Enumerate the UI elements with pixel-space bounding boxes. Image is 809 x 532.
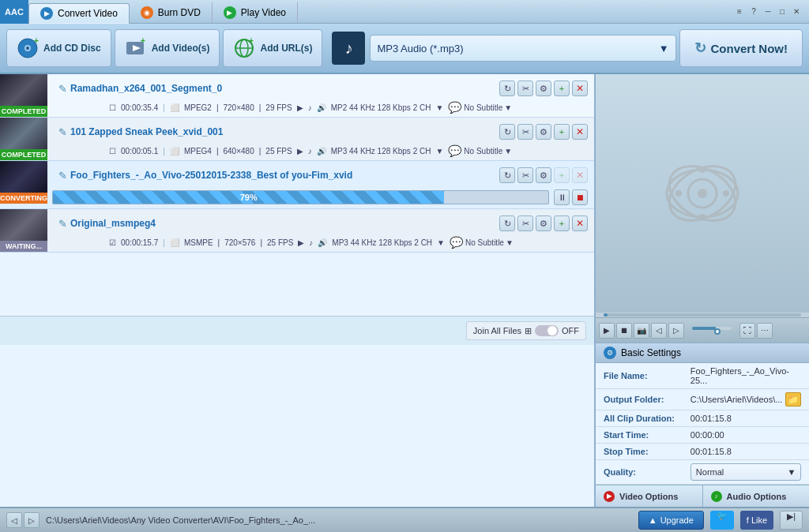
- play-video-tab-icon: ▶: [224, 6, 236, 19]
- nav-next-btn[interactable]: ▷: [24, 512, 40, 528]
- more-options-btn[interactable]: ⋯: [757, 323, 773, 339]
- minimize-icon[interactable]: ─: [762, 6, 774, 18]
- nav-end-button[interactable]: ▶|: [780, 511, 803, 530]
- prev-frame-btn[interactable]: ◁: [651, 323, 667, 339]
- fullscreen-btn[interactable]: ⛶: [739, 323, 755, 339]
- file3-thumb: [0, 161, 47, 193]
- file3-pause-btn[interactable]: ⏸: [554, 189, 570, 205]
- file2-refresh-btn[interactable]: ↻: [499, 124, 515, 140]
- file4-cut-btn[interactable]: ✂: [517, 215, 533, 231]
- stop-time-label: Stop Time:: [596, 444, 683, 460]
- file4-add-btn[interactable]: +: [554, 215, 570, 231]
- maximize-icon[interactable]: □: [776, 6, 788, 18]
- screenshot-btn[interactable]: 📷: [634, 323, 649, 339]
- file1-delete-btn[interactable]: ✕: [572, 81, 588, 96]
- menu-icon[interactable]: ≡: [733, 6, 746, 18]
- file3-name[interactable]: Foo_Fighters_-_Ao_Vivo-25012015-2338_Bes…: [70, 170, 496, 181]
- start-time-value: 00:00:00: [683, 427, 809, 444]
- settings-row-filename: File Name: Foo_Fighters_-_Ao_Vivo-25...: [596, 363, 809, 389]
- file2-cut-btn[interactable]: ✂: [517, 124, 533, 140]
- play-btn[interactable]: ▶: [599, 323, 615, 339]
- title-bar: AAC ▶ Convert Video ◉ Burn DVD ▶ Play Vi…: [0, 0, 809, 24]
- add-cd-button[interactable]: + Add CD Disc: [6, 29, 111, 67]
- tab-burn-dvd[interactable]: ◉ Burn DVD: [130, 2, 213, 23]
- file2-add-btn[interactable]: +: [554, 124, 570, 140]
- file4-duration: 00:00:15.7: [121, 238, 158, 247]
- file-name-label: File Name:: [596, 363, 683, 389]
- file3-progress-row: 79% ⏸ ⏹: [52, 186, 594, 208]
- add-video-button[interactable]: + Add Video(s): [115, 29, 220, 67]
- file2-edit-icon[interactable]: ✎: [58, 126, 67, 138]
- close-icon[interactable]: ✕: [790, 6, 803, 18]
- settings-row-quality: Quality: Normal ▼: [596, 460, 809, 485]
- toggle-knob: [547, 326, 557, 335]
- tab-convert-video[interactable]: ▶ Convert Video: [28, 3, 130, 24]
- file1-duration: 00:00:35.4: [121, 103, 158, 112]
- file1-vol-icon: 🔊: [317, 103, 326, 112]
- file3-refresh-btn[interactable]: ↻: [499, 167, 515, 183]
- help-icon[interactable]: ?: [747, 6, 760, 18]
- tab-play-video[interactable]: ▶ Play Video: [213, 2, 298, 23]
- upgrade-button[interactable]: ▲ Upgrade: [638, 511, 704, 530]
- burn-dvd-tab-label: Burn DVD: [158, 7, 201, 18]
- nav-prev-btn[interactable]: ◁: [6, 512, 22, 528]
- file1-add-btn[interactable]: +: [554, 81, 570, 96]
- file3-stop-btn[interactable]: ⏹: [572, 189, 588, 205]
- playback-controls: ▶ ⏹ 📷 ◁ ▷ ⛶ ⋯: [596, 317, 809, 343]
- file4-settings-btn[interactable]: ⚙: [536, 215, 551, 231]
- file1-edit-icon[interactable]: ✎: [58, 83, 67, 95]
- file1-cut-btn[interactable]: ✂: [517, 81, 533, 96]
- file1-settings-btn[interactable]: ⚙: [536, 81, 551, 96]
- video-options-button[interactable]: ▶ Video Options: [596, 485, 703, 507]
- file4-subtitle-select[interactable]: No Subtitle ▼: [465, 238, 514, 247]
- file2-subtitle-select[interactable]: No Subtitle ▼: [464, 147, 512, 155]
- main-area: Completed ✎ Ramadhan_x264_001_Segment_0 …: [0, 74, 809, 507]
- file3-cut-btn[interactable]: ✂: [517, 167, 533, 183]
- file1-refresh-btn[interactable]: ↻: [499, 81, 515, 96]
- facebook-button[interactable]: f Like: [740, 511, 773, 530]
- file1-subtitle-select[interactable]: No Subtitle ▼: [464, 103, 512, 112]
- browse-folder-button[interactable]: 📁: [785, 392, 801, 406]
- settings-header: ⚙ Basic Settings: [596, 343, 809, 363]
- file3-edit-icon[interactable]: ✎: [58, 170, 67, 182]
- svg-text:+: +: [34, 37, 39, 45]
- file4-refresh-btn[interactable]: ↻: [499, 215, 515, 231]
- file4-resolution: 720×576: [224, 238, 255, 247]
- file3-add-btn[interactable]: +: [554, 167, 570, 183]
- next-frame-btn[interactable]: ▷: [668, 323, 684, 339]
- file4-name[interactable]: Original_msmpeg4: [70, 218, 496, 229]
- file2-check: ☐: [109, 147, 116, 155]
- file3-settings-btn[interactable]: ⚙: [536, 167, 551, 183]
- toggle-state-label: OFF: [562, 326, 579, 335]
- stop-pb-btn[interactable]: ⏹: [616, 323, 632, 339]
- convert-now-button[interactable]: ↻ Convert Now!: [679, 29, 803, 67]
- file2-delete-btn[interactable]: ✕: [572, 124, 588, 140]
- volume-control[interactable]: [689, 327, 735, 335]
- file4-audio-note-icon: ♪: [309, 238, 313, 247]
- join-files-toggle[interactable]: [535, 325, 559, 336]
- add-cd-label: Add CD Disc: [43, 43, 101, 54]
- status-path: C:\Users\Ariel\Videos\Any Video Converte…: [46, 515, 632, 525]
- file1-name[interactable]: Ramadhan_x264_001_Segment_0: [70, 83, 496, 94]
- twitter-button[interactable]: 🐦: [710, 511, 734, 530]
- file4-edit-icon[interactable]: ✎: [58, 218, 67, 230]
- settings-header-label: Basic Settings: [621, 347, 681, 358]
- file2-name[interactable]: 101 Zapped Sneak Peek_xvid_001: [70, 126, 496, 137]
- add-url-button[interactable]: + Add URL(s): [223, 29, 322, 67]
- file2-settings-btn[interactable]: ⚙: [536, 124, 551, 140]
- file4-delete-btn[interactable]: ✕: [572, 215, 588, 231]
- file4-status-badge: Waiting...: [0, 241, 47, 252]
- file1-codec: MPEG2: [184, 103, 212, 112]
- settings-row-stop: Stop Time: 00:01:15.8: [596, 444, 809, 460]
- format-select[interactable]: MP3 Audio (*.mp3) ▼: [370, 35, 675, 62]
- file1-codec-icon: ⬜: [170, 103, 179, 112]
- options-footer: ▶ Video Options ♪ Audio Options: [596, 485, 809, 507]
- file1-thumb: [0, 74, 47, 106]
- file4-codec: MSMPE: [184, 238, 213, 247]
- quality-select[interactable]: Normal ▼: [690, 463, 802, 481]
- file4-meta: ☑ 00:00:15.7 | ⬜ MSMPE | 720×576 | 25 FP…: [52, 234, 594, 252]
- file3-progress-controls: ⏸ ⏹: [554, 189, 588, 205]
- file4-check: ☑: [109, 238, 116, 247]
- file3-delete-btn[interactable]: ✕: [572, 167, 588, 183]
- audio-options-button[interactable]: ♪ Audio Options: [703, 485, 810, 507]
